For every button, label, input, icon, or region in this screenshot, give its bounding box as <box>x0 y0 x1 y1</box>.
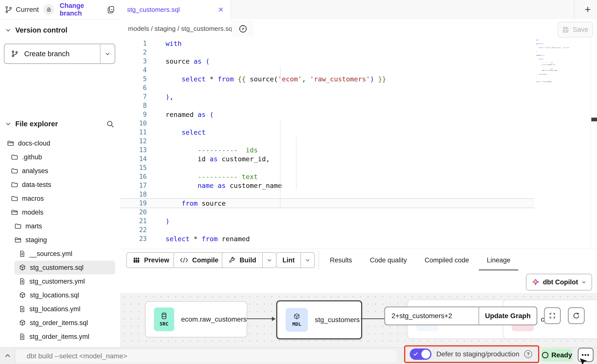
file-explorer-item-stg-locations-sql[interactable]: stg_locations.sql <box>0 288 120 302</box>
create-branch-main[interactable]: Create branch <box>4 50 100 58</box>
minimap-line <box>536 66 569 68</box>
code-line-17[interactable]: 17 name as customer_name <box>120 181 534 190</box>
lineage-node-source[interactable]: SRC ecom.raw_customers <box>145 301 247 337</box>
minimap-line <box>536 45 569 47</box>
file-label: marts <box>25 222 42 230</box>
file-label: .github <box>22 153 42 161</box>
file-explorer-item-docs-cloud[interactable]: docs-cloud <box>0 136 120 150</box>
file-explorer-item--github[interactable]: .github <box>0 150 120 164</box>
file-explorer-item-analyses[interactable]: analyses <box>0 164 120 178</box>
compile-label: Compile <box>192 256 219 264</box>
refresh-button[interactable] <box>568 307 585 324</box>
file-explorer-item-macros[interactable]: macros <box>0 192 120 205</box>
file-explorer-item-stg-order-items-sql[interactable]: stg_order_items.sql <box>0 316 120 330</box>
line-number: 5 <box>120 75 153 83</box>
code-line-3[interactable]: 3source as ( <box>120 57 534 66</box>
status-ready-label: Ready <box>551 351 572 359</box>
file-explorer-item-stg-locations-yml[interactable]: stg_locations.yml <box>0 302 120 316</box>
help-icon[interactable]: ? <box>524 350 532 358</box>
line-number: 13 <box>120 146 153 154</box>
tab-compiled-code[interactable]: Compiled code <box>425 256 469 264</box>
change-branch-link[interactable]: Change branch <box>60 2 106 17</box>
file-explorer-item-stg-customers-yml[interactable]: stg_customers.yml <box>0 274 120 288</box>
lint-button[interactable]: Lint <box>276 252 315 268</box>
file-explorer-item-marts[interactable]: marts <box>0 219 120 233</box>
minimap-line: ) <box>536 77 569 79</box>
code-line-5[interactable]: 5 select * from {{ source('ecom', 'raw_c… <box>120 74 534 83</box>
file-explorer-item-stg-customers-sql[interactable]: stg_customers.sql <box>14 261 115 274</box>
file-icon <box>19 250 26 257</box>
lineage-node-stg-customers[interactable]: MDL stg_customers <box>276 300 362 339</box>
update-graph-button[interactable]: Update Graph <box>479 307 537 325</box>
code-line-9[interactable]: 9renamed as ( <box>120 110 534 119</box>
current-branch-label: Current <box>16 6 39 14</box>
create-branch-button[interactable]: Create branch <box>4 44 115 64</box>
minimap-line: from source <box>536 73 569 75</box>
file-explorer-header[interactable]: File explorer <box>5 118 58 129</box>
code-line-14[interactable]: 14 id as customer_id, <box>120 154 534 163</box>
code-line-8[interactable]: 8 <box>120 101 534 110</box>
scrollbar-thumb[interactable] <box>591 118 597 121</box>
dbt-copilot-button[interactable]: dbt Copilot <box>526 274 592 291</box>
collapse-panel-icon[interactable] <box>4 352 11 360</box>
code-line-4[interactable]: 4 <box>120 66 534 74</box>
tab-results[interactable]: Results <box>330 256 352 264</box>
code-line-10[interactable]: 10 <box>120 119 534 128</box>
tab-lineage[interactable]: Lineage <box>487 256 510 264</box>
build-button[interactable]: Build <box>222 252 277 268</box>
indent-guide <box>280 120 280 207</box>
line-number: 2 <box>120 49 153 56</box>
code-line-16[interactable]: 16 ---------- text <box>120 172 534 181</box>
code-line-15[interactable]: 15 <box>120 163 534 172</box>
dbt-command-input[interactable]: dbt build --select <model_name> <box>16 349 397 363</box>
tab-code-quality[interactable]: Code quality <box>370 256 407 264</box>
lint-dropdown[interactable] <box>300 253 314 268</box>
code-line-6[interactable]: 6 <box>120 83 534 92</box>
fullscreen-button[interactable] <box>544 307 561 324</box>
code-text: with <box>153 40 182 47</box>
file-explorer-item--sources-yml[interactable]: __sources.yml <box>0 247 120 261</box>
code-line-23[interactable]: 23select * from renamed <box>120 234 534 243</box>
lineage-canvas[interactable]: SRC ecom.raw_customers MDL stg_customers… <box>120 293 597 347</box>
code-editor[interactable]: 1with23source as (45 select * from {{ so… <box>120 38 597 249</box>
file-label: stg_order_items.sql <box>30 319 88 327</box>
version-control-header[interactable]: Version control <box>5 25 67 36</box>
tab-stg-customers-sql[interactable]: stg_customers.sql ✕ <box>120 0 231 19</box>
compass-icon <box>238 24 248 34</box>
code-line-12[interactable]: 12 <box>120 137 534 146</box>
minimap-line: ---------- text <box>536 68 569 70</box>
code-line-22[interactable]: 22 <box>120 225 534 234</box>
code-line-7[interactable]: 7), <box>120 92 534 101</box>
lineage-selector-input[interactable]: 2+stg_customers+2 <box>385 307 479 325</box>
compile-button[interactable]: Compile <box>173 252 225 268</box>
file-explorer-item-staging[interactable]: staging <box>0 233 120 247</box>
close-tab-icon[interactable]: ✕ <box>218 6 224 14</box>
chevron-down-icon <box>581 280 586 285</box>
preview-button[interactable]: Preview <box>126 252 176 268</box>
new-tab-button[interactable]: + <box>578 0 597 19</box>
copy-icon[interactable] <box>106 5 116 14</box>
code-text: name as customer_name <box>153 182 282 189</box>
code-line-2[interactable]: 2 <box>120 48 534 57</box>
code-line-21[interactable]: 21) <box>120 217 534 225</box>
file-explorer-item-stg-order-items-yml[interactable]: stg_order_items.yml <box>0 330 120 344</box>
minimap[interactable]: with source as ( select * from {{ source… <box>536 39 569 91</box>
code-line-18[interactable]: 18 <box>120 190 534 199</box>
code-line-20[interactable]: 20 <box>120 208 534 217</box>
code-line-19[interactable]: 19 from source <box>120 199 534 208</box>
build-dropdown[interactable] <box>262 253 276 268</box>
open-in-docs-button[interactable] <box>232 21 254 37</box>
create-branch-dropdown[interactable] <box>100 44 115 63</box>
minimap-line <box>536 49 569 51</box>
search-icon[interactable] <box>106 120 114 128</box>
cube-icon <box>293 313 300 320</box>
code-line-13[interactable]: 13 ---------- ids <box>120 146 534 154</box>
file-explorer-item-models[interactable]: models <box>0 205 120 219</box>
save-button[interactable]: Save <box>558 22 593 37</box>
file-label: data-tests <box>22 181 51 189</box>
defer-toggle[interactable] <box>410 348 431 360</box>
lineage-selector-group: 2+stg_customers+2 Update Graph <box>384 307 537 325</box>
code-line-1[interactable]: 1with <box>120 39 534 48</box>
code-line-11[interactable]: 11 select <box>120 128 534 137</box>
file-explorer-item-data-tests[interactable]: data-tests <box>0 178 120 192</box>
